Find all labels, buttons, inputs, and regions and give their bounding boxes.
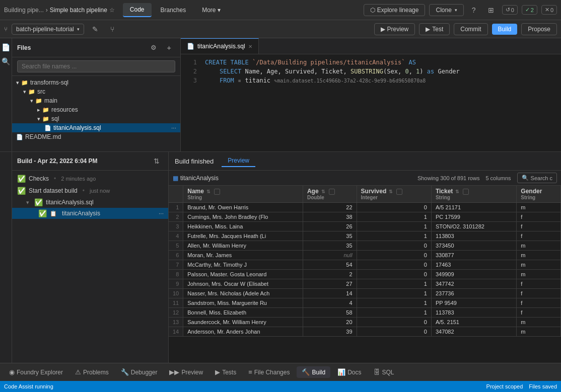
breadcrumb-current: Simple batch pipeline (50, 7, 107, 14)
col-survived-header[interactable]: Survived ⇅ Integer (357, 186, 431, 203)
apps-button[interactable]: ⊞ (484, 4, 498, 16)
more-actions-icon[interactable]: ··· (171, 124, 176, 131)
tab-code[interactable]: Code (123, 3, 152, 17)
x-icon: ✕ (545, 7, 549, 13)
test-button[interactable]: ▶ Test (419, 23, 450, 35)
build-button[interactable]: Build (492, 24, 518, 35)
file-panel-header: Files ⚙ + (12, 38, 180, 57)
branch-action-button[interactable]: ⑂ (106, 23, 118, 35)
survived-cell: 1 (357, 279, 431, 289)
nav-foundry-explorer[interactable]: ◉ Foundry Explorer (4, 366, 68, 378)
tree-item-transforms-sql[interactable]: ▾ 📁 transforms-sql (12, 78, 180, 87)
gender-cell: f (517, 298, 561, 308)
collapse-build-button[interactable]: ⇅ (150, 155, 164, 167)
nav-problems[interactable]: ⚠ Problems (70, 366, 114, 378)
gender-cell: m (517, 270, 561, 279)
build-titanic-dataset-item[interactable]: ✅ 📋 titanicAnalysis ··· (12, 208, 168, 219)
build-titanic-sql-item[interactable]: ▾ ✅ titanicAnalysis.sql (12, 197, 168, 208)
ticket-cell: A/5 21171 (431, 203, 516, 212)
titanic-sql-label: titanicAnalysis.sql (46, 199, 94, 206)
nav-docs[interactable]: 📊 Docs (332, 366, 366, 378)
file-tree: ▾ 📁 transforms-sql ▾ 📁 src ▾ 📁 main ▸ 📁 … (12, 76, 180, 151)
age-filter-icon[interactable] (329, 189, 335, 195)
nav-file-changes[interactable]: ≡ File Changes (243, 366, 295, 378)
second-bar-right: ▶ Preview ▶ Test Commit Build Propose (374, 23, 557, 35)
name-filter-icon[interactable] (214, 189, 220, 195)
row-num-cell: 13 (169, 318, 183, 327)
search-columns-button[interactable]: 🔍 Search c (517, 173, 557, 183)
ticket-cell: 330877 (431, 251, 516, 260)
check-icon: ✓ (525, 7, 530, 13)
branch-selector[interactable]: batch-pipeline-tutorial ▾ (12, 24, 84, 35)
tree-item-titanicanalysis-sql[interactable]: 📄 titanicAnalysis.sql ··· (12, 123, 180, 132)
add-file-icon-button[interactable]: + (163, 41, 175, 54)
tree-item-resources[interactable]: ▸ 📁 resources (12, 105, 180, 114)
breadcrumb-prefix: Building pipe... (4, 7, 44, 14)
name-cell: Cumings, Mrs. John Bradley (Flo (183, 212, 303, 222)
checks-label: Checks (29, 175, 49, 182)
nav-tests-label: Tests (222, 369, 236, 376)
survived-filter-icon[interactable] (396, 189, 402, 195)
settings-icon-button[interactable]: ⚙ (147, 41, 161, 54)
bottom-nav: ◉ Foundry Explorer ⚠ Problems 🔧 Debugger… (0, 363, 561, 381)
gender-cell: f (517, 289, 561, 298)
sql-nav-icon: 🗄 (374, 368, 380, 376)
sidebar-files-icon[interactable]: 📄 (1, 42, 11, 52)
nav-preview[interactable]: ▶▶ Preview (164, 366, 208, 378)
clone-button[interactable]: Clone ▾ (429, 4, 463, 16)
explore-lineage-button[interactable]: ⬡ Explore lineage (364, 4, 426, 16)
start-dataset-time: just now (90, 188, 110, 194)
build-start-dataset-item[interactable]: ✅ Start dataset build • just now (12, 185, 168, 197)
age-cell: 22 (303, 203, 357, 212)
col-ticket-header[interactable]: Ticket ⇅ String (431, 186, 516, 203)
preview-tab[interactable]: Preview (222, 155, 255, 167)
preview-header: Build finished Preview (169, 152, 561, 171)
gender-cell: f (517, 212, 561, 222)
table-row: 9 Johnson, Mrs. Oscar W (Elisabet 27 1 3… (169, 279, 561, 289)
table-icon: ▦ (173, 175, 178, 182)
name-cell: Moran, Mr. James (183, 251, 303, 260)
survived-cell: 0 (357, 318, 431, 327)
tab-branches[interactable]: Branches (154, 4, 193, 17)
more-actions-icon2[interactable]: ··· (159, 210, 164, 217)
table-row: 2 Cumings, Mrs. John Bradley (Flo 38 1 P… (169, 212, 561, 222)
tab-more[interactable]: More ▾ (195, 4, 228, 17)
col-age-header[interactable]: Age ⇅ Double (303, 186, 357, 203)
table-toolbar: ▦ titanicAnalysis Showing 300 of 891 row… (169, 171, 561, 186)
tree-item-src[interactable]: ▾ 📁 src (12, 87, 180, 96)
nav-debugger[interactable]: 🔧 Debugger (116, 366, 163, 378)
help-button[interactable]: ? (468, 4, 480, 16)
table-row: 13 Saundercock, Mr. William Henry 20 0 A… (169, 318, 561, 327)
commit-button[interactable]: Commit (454, 23, 487, 35)
propose-button[interactable]: Propose (521, 23, 557, 35)
build-title: Build - Apr 22, 2022 6:04 PM (17, 158, 98, 165)
gender-cell: m (517, 241, 561, 251)
name-cell: Nasser, Mrs. Nicholas (Adele Ach (183, 289, 303, 298)
edit-mode-button[interactable]: ✎ (88, 23, 102, 35)
tab-close-button[interactable]: ✕ (248, 44, 252, 49)
data-table-wrapper[interactable]: Name ⇅ String Age ⇅ Double Survive (169, 186, 561, 363)
tree-item-readme[interactable]: 📄 README.md (12, 132, 180, 141)
folder-icon: 📁 (21, 80, 28, 86)
tree-label: titanicAnalysis.sql (53, 124, 101, 131)
nav-sql[interactable]: 🗄 SQL (369, 366, 399, 378)
editor-tab-titanicanalysis[interactable]: 📄 titanicAnalysis.sql ✕ (181, 38, 259, 54)
row-num-cell: 4 (169, 231, 183, 241)
tree-item-sql[interactable]: ▾ 📁 sql (12, 114, 180, 123)
ticket-filter-icon[interactable] (463, 189, 469, 195)
col-gender-header[interactable]: Gender String (517, 186, 561, 203)
survived-cell: 1 (357, 231, 431, 241)
name-cell: Johnson, Mrs. Oscar W (Elisabet (183, 279, 303, 289)
survived-cell: 0 (357, 260, 431, 270)
build-checks-item[interactable]: ✅ Checks • 2 minutes ago (12, 173, 168, 185)
preview-tabs: Preview (222, 155, 255, 167)
sidebar-search-icon[interactable]: 🔍 (1, 56, 11, 66)
file-panel-search (12, 57, 180, 76)
nav-tests[interactable]: ▶ Tests (210, 366, 241, 378)
nav-build[interactable]: 🔨 Build (297, 366, 330, 378)
preview-button[interactable]: ▶ Preview (374, 23, 415, 35)
col-name-header[interactable]: Name ⇅ String (183, 186, 303, 203)
search-file-input[interactable] (17, 60, 175, 72)
tree-item-main[interactable]: ▾ 📁 main (12, 96, 180, 105)
table-row: 11 Sandstrom, Miss. Marguerite Ru 4 1 PP… (169, 298, 561, 308)
